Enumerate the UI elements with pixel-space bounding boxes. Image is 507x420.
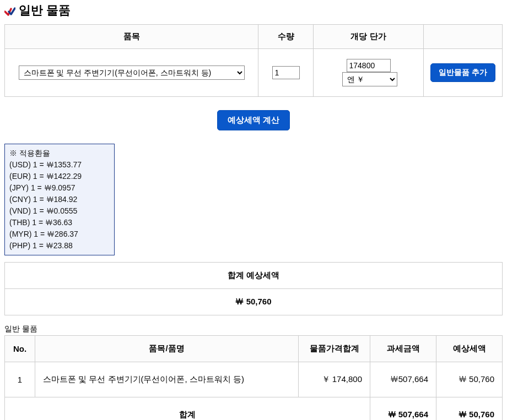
summary-table: 합계 예상세액 ￦ 50,760 bbox=[4, 262, 503, 315]
rate-line: (CNY) 1 = ￦184.92 bbox=[9, 194, 110, 205]
header-action bbox=[424, 25, 503, 49]
quantity-input[interactable] bbox=[272, 66, 300, 79]
rate-line: (JPY) 1 = ￦9.0957 bbox=[9, 182, 110, 194]
table-row: 1 스마트폰 및 무선 주변기기(무선이어폰, 스마트워치 등) ￥ 174,8… bbox=[5, 362, 503, 397]
total-est-tax: ￦ 50,760 bbox=[436, 397, 503, 421]
result-header-row: No. 품목/품명 물품가격합계 과세금액 예상세액 bbox=[5, 336, 503, 362]
exchange-rate-box: ※ 적용환율 (USD) 1 = ￦1353.77 (EUR) 1 = ￦142… bbox=[4, 144, 115, 255]
summary-value: ￦ 50,760 bbox=[5, 289, 503, 315]
col-no: No. bbox=[5, 336, 35, 362]
section-label: 일반 물품 bbox=[4, 315, 503, 335]
input-header-row: 품목 수량 개당 단가 bbox=[5, 25, 503, 49]
check-icon bbox=[4, 6, 15, 15]
cell-price-total: ￥ 174,800 bbox=[299, 362, 370, 397]
rate-line: (THB) 1 = ￦36.63 bbox=[9, 217, 110, 228]
col-tax-base: 과세금액 bbox=[370, 336, 436, 362]
cell-name: 스마트폰 및 무선 주변기기(무선이어폰, 스마트워치 등) bbox=[35, 362, 299, 397]
header-item: 품목 bbox=[5, 25, 258, 49]
cell-est-tax: ￦ 50,760 bbox=[436, 362, 503, 397]
rate-line: (VND) 1 = ￦0.0555 bbox=[9, 205, 110, 217]
total-tax-base: ￦ 507,664 bbox=[370, 397, 436, 421]
page-title: 일반 물품 bbox=[4, 0, 503, 24]
header-qty: 수량 bbox=[258, 25, 314, 49]
rate-line: (USD) 1 = ￦1353.77 bbox=[9, 159, 110, 171]
result-table: No. 품목/품명 물품가격합계 과세금액 예상세액 1 스마트폰 및 무선 주… bbox=[4, 335, 503, 420]
calculate-button[interactable]: 예상세액 계산 bbox=[217, 110, 290, 130]
rate-line: (PHP) 1 = ￦23.88 bbox=[9, 240, 110, 252]
table-total-row: 합계 ￦ 507,664 ￦ 50,760 bbox=[5, 397, 503, 421]
item-select[interactable]: 스마트폰 및 무선 주변기기(무선이어폰, 스마트워치 등) bbox=[19, 66, 245, 80]
rate-line: (MYR) 1 = ￦286.37 bbox=[9, 228, 110, 240]
col-name: 품목/품명 bbox=[35, 336, 299, 362]
input-table: 품목 수량 개당 단가 스마트폰 및 무선 주변기기(무선이어폰, 스마트워치 … bbox=[4, 24, 503, 97]
cell-no: 1 bbox=[5, 362, 35, 397]
summary-header: 합계 예상세액 bbox=[5, 263, 503, 289]
currency-select[interactable]: 엔 ￥ bbox=[342, 72, 397, 86]
header-unit-price: 개당 단가 bbox=[314, 25, 424, 49]
input-row: 스마트폰 및 무선 주변기기(무선이어폰, 스마트워치 등) 엔 ￥ 일반물품 … bbox=[5, 49, 503, 97]
rate-line: (EUR) 1 = ￦1422.29 bbox=[9, 171, 110, 182]
price-input[interactable] bbox=[347, 59, 391, 72]
cell-tax-base: ￦507,664 bbox=[370, 362, 436, 397]
col-price-total: 물품가격합계 bbox=[299, 336, 370, 362]
rate-title: ※ 적용환율 bbox=[9, 148, 110, 159]
total-label: 합계 bbox=[5, 397, 370, 421]
page-title-text: 일반 물품 bbox=[19, 2, 71, 19]
calc-row: 예상세액 계산 bbox=[4, 97, 503, 144]
col-est-tax: 예상세액 bbox=[436, 336, 503, 362]
add-item-button[interactable]: 일반물품 추가 bbox=[430, 63, 495, 82]
